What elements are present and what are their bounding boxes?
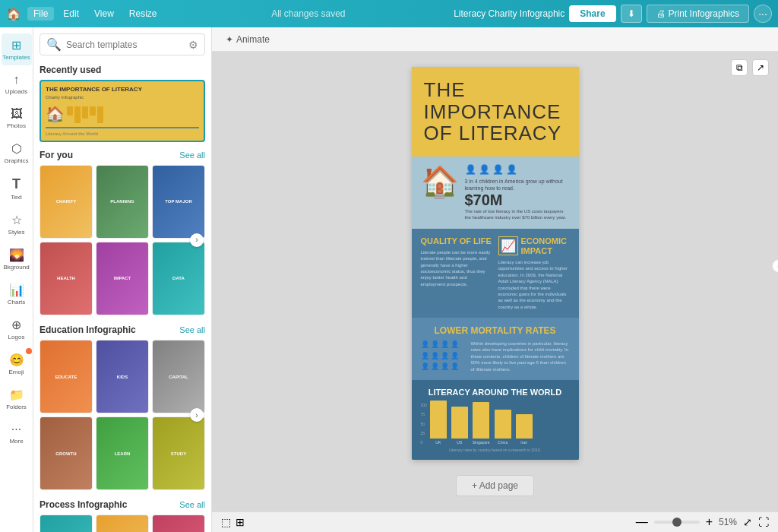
template-3[interactable]: TOP MAJOR xyxy=(152,165,205,239)
templates-icon: ⊞ xyxy=(11,38,21,52)
search-input[interactable] xyxy=(66,40,184,50)
sidebar-item-logos[interactable]: ⊕ Logos xyxy=(2,313,32,345)
sidebar-item-text[interactable]: T Text xyxy=(2,172,32,205)
zoom-minus-icon[interactable]: — xyxy=(636,515,648,529)
bar-group-singapore: Singapore xyxy=(473,402,490,445)
featured-bars xyxy=(67,106,103,123)
sidebar-item-styles[interactable]: ☆ Styles xyxy=(2,208,32,240)
featured-caption: Literacy Around the World xyxy=(46,131,199,136)
sidebar-label-text: Text xyxy=(11,194,22,201)
edit-menu[interactable]: Edit xyxy=(57,7,85,21)
world-caption: Literacy rates by country based on a res… xyxy=(421,448,570,452)
featured-sub: Charity Infographic xyxy=(46,95,199,100)
bar-group-us: US xyxy=(451,407,468,445)
share-icon-button[interactable]: ↗ xyxy=(752,59,769,76)
person-2: 👤 xyxy=(479,164,490,175)
template-3-img: TOP MAJOR xyxy=(153,166,204,238)
template-5[interactable]: IMPACT xyxy=(96,242,149,315)
sidebar-item-uploads[interactable]: ↑ Uploads xyxy=(2,68,32,100)
sidebar-label-folders: Folders xyxy=(6,404,27,410)
sidebar-item-folders[interactable]: 📁 Folders xyxy=(2,383,32,415)
education-grid: EDUCATE KIDS CAPITAL GROWTH xyxy=(40,340,205,490)
animate-button[interactable]: ✦ Animate xyxy=(221,33,274,46)
edu-5-img: LEARN xyxy=(96,417,148,489)
mort-p7: 👤 xyxy=(441,352,449,362)
mort-p4: 👤 xyxy=(451,340,459,350)
education-chevron[interactable]: › xyxy=(190,408,204,422)
download-button[interactable]: ⬇ xyxy=(621,5,642,23)
sidebar-item-more[interactable]: ··· More xyxy=(2,418,32,449)
mort-p10: 👤 xyxy=(431,363,439,372)
resize-menu[interactable]: Resize xyxy=(123,7,163,21)
education-templates: EDUCATE KIDS CAPITAL GROWTH xyxy=(40,340,205,490)
template-6[interactable]: DATA xyxy=(152,242,205,315)
add-page-button[interactable]: + Add page xyxy=(456,475,534,496)
fullscreen-icon[interactable]: ⛶ xyxy=(758,516,769,528)
mort-p3: 👤 xyxy=(441,340,449,350)
bar4 xyxy=(90,106,96,116)
file-menu[interactable]: File xyxy=(27,7,54,21)
process-title: Process Infographic xyxy=(40,499,127,510)
template-4[interactable]: HEALTH xyxy=(40,242,93,315)
grid-icon[interactable]: ⊞ xyxy=(236,516,245,528)
proc-template-1[interactable]: BUSINESS PLAN xyxy=(40,515,93,532)
featured-literacy-template[interactable]: THE IMPORTANCE OF LITERACY Charity Infog… xyxy=(40,80,205,142)
zoom-slider-handle[interactable] xyxy=(672,518,682,527)
proc-3-img: PROCESS xyxy=(153,515,204,532)
proc-template-3[interactable]: PROCESS xyxy=(152,515,205,532)
view-menu[interactable]: View xyxy=(88,7,120,21)
template-1[interactable]: CHARITY xyxy=(40,165,93,239)
economic-text: Literacy can increase job opportunities … xyxy=(498,259,570,310)
bar-iran xyxy=(516,414,533,439)
recently-used-title: Recently used xyxy=(40,65,101,75)
share-button[interactable]: Share xyxy=(569,5,615,22)
bar-chart-container: UK US Singapore xyxy=(430,403,570,445)
sidebar-item-charts[interactable]: 📊 Charts xyxy=(2,278,32,310)
sidebar-item-templates[interactable]: ⊞ Templates xyxy=(2,33,32,65)
home-icon[interactable]: 🏠 xyxy=(6,7,21,21)
main-layout: ⊞ Templates ↑ Uploads 🖼 Photos ⬡ Graphic… xyxy=(0,27,778,532)
styles-icon: ☆ xyxy=(11,213,22,227)
stats-right: 👤 👤 👤 👤 3 in 4 children in America grow … xyxy=(465,164,570,221)
edu-template-5[interactable]: LEARN xyxy=(96,416,149,490)
infographic-world: LITERACY AROUND THE WORLD 100 75 50 25 0 xyxy=(412,380,579,460)
sidebar-item-photos[interactable]: 🖼 Photos xyxy=(2,103,32,134)
fit-icon[interactable]: ⤢ xyxy=(743,516,752,528)
edu-template-1[interactable]: EDUCATE xyxy=(40,340,93,413)
sidebar-label-styles: Styles xyxy=(8,229,25,236)
sidebar-label-charts: Charts xyxy=(8,299,26,306)
zoom-slider[interactable] xyxy=(654,521,700,524)
education-see-all[interactable]: See all xyxy=(179,325,205,334)
education-header: Education Infographic See all xyxy=(40,325,205,335)
sidebar-item-graphics[interactable]: ⬡ Graphics xyxy=(2,137,32,169)
proc-2-img: THE PLANT xyxy=(96,515,148,532)
copy-icon-button[interactable]: ⧉ xyxy=(731,59,748,76)
bar-us xyxy=(451,407,468,439)
print-button[interactable]: 🖨 Print Infographics xyxy=(647,5,749,23)
sidebar-item-emoji[interactable]: 😊 Emoji xyxy=(2,348,32,380)
zoom-plus-icon[interactable]: + xyxy=(706,515,713,529)
proc-template-2[interactable]: THE PLANT xyxy=(96,515,149,532)
edu-template-4[interactable]: GROWTH xyxy=(40,416,93,490)
mort-p12: 👤 xyxy=(451,363,459,372)
search-bar[interactable]: 🔍 ⚙ xyxy=(40,33,205,55)
for-you-see-all[interactable]: See all xyxy=(179,150,205,160)
edu-template-2[interactable]: KIDS xyxy=(96,340,149,413)
sidebar-label-logos: Logos xyxy=(8,334,25,340)
bar-singapore xyxy=(473,402,489,439)
more-options-button[interactable]: ··· xyxy=(754,5,772,23)
filter-icon[interactable]: ⚙ xyxy=(188,39,198,51)
more-icon: ··· xyxy=(11,423,21,436)
edu-template-3[interactable]: CAPITAL xyxy=(152,340,205,413)
edu-template-6[interactable]: STUDY xyxy=(152,416,205,490)
template-2[interactable]: PLANNING xyxy=(96,165,149,239)
sidebar-item-background[interactable]: 🌄 Bkground xyxy=(2,243,32,275)
process-see-all[interactable]: See all xyxy=(179,500,205,509)
mort-p6: 👤 xyxy=(431,352,439,362)
infographic[interactable]: THE IMPORTANCE OF LITERACY 🏠 👤 👤 👤 👤 3 i… xyxy=(412,67,579,460)
project-title: Literacy Charity Infographic xyxy=(454,8,565,19)
for-you-chevron[interactable]: › xyxy=(190,233,204,247)
page-icon[interactable]: ⬚ xyxy=(221,516,231,528)
mort-p8: 👤 xyxy=(451,352,459,362)
process-grid: BUSINESS PLAN THE PLANT PROCESS GUIDE xyxy=(40,515,205,532)
